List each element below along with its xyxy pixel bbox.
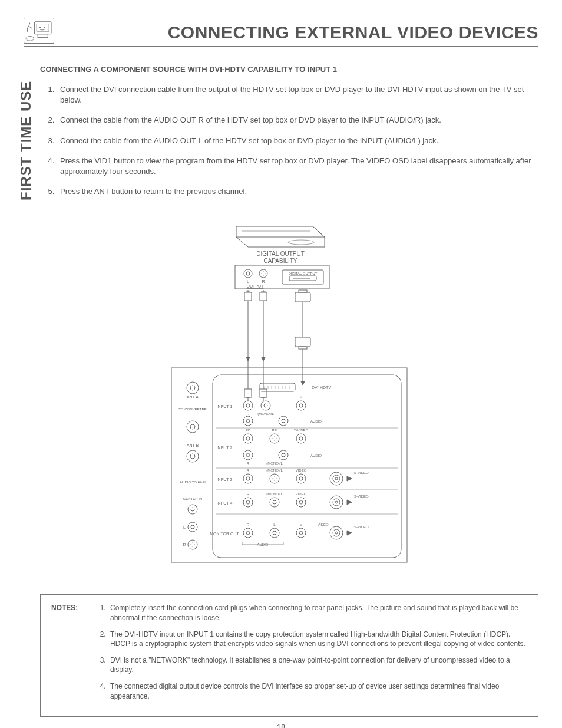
svg-point-62 <box>282 419 285 423</box>
diagram-label: CENTER IN <box>183 497 202 500</box>
svg-point-70 <box>246 453 250 457</box>
svg-point-99 <box>335 532 338 534</box>
diagram-label: DIGITAL OUTPUT <box>256 251 305 257</box>
svg-point-60 <box>246 419 250 423</box>
diagram-label: L <box>273 523 276 526</box>
diagram-label: AUDIO <box>310 420 322 423</box>
diagram-label: ANT B <box>187 443 199 447</box>
note-item: DVI is not a "NETWORK" technology. It es… <box>108 655 527 674</box>
svg-rect-43 <box>260 383 295 391</box>
svg-point-71 <box>279 450 288 460</box>
svg-point-36 <box>188 505 197 514</box>
diagram-label: VIDEO <box>318 523 329 526</box>
diagram-label: Y <box>300 396 302 399</box>
svg-point-82 <box>243 498 253 507</box>
diagram-label: (MONO)/L <box>266 469 283 472</box>
diagram-label: INPUT 3 <box>217 477 233 482</box>
svg-point-31 <box>190 386 195 390</box>
svg-point-5 <box>26 37 34 41</box>
svg-point-61 <box>279 416 288 426</box>
svg-point-32 <box>187 421 199 433</box>
step-item: Press the ANT button to return to the pr… <box>57 186 538 197</box>
diagram-label: R <box>247 523 250 526</box>
diagram-label: INPUT 2 <box>217 446 233 450</box>
note-item: The connected digital output device cont… <box>108 681 527 700</box>
diagram-label: AUDIO <box>310 454 322 457</box>
svg-point-68 <box>299 437 303 440</box>
diagram-label: L <box>247 279 249 284</box>
diagram-label: S-VIDEO <box>354 471 369 475</box>
logo-icon <box>24 18 54 44</box>
diagram-label: INPUT 4 <box>217 501 233 505</box>
svg-point-11 <box>262 272 265 275</box>
svg-point-64 <box>246 437 250 440</box>
svg-point-37 <box>191 508 194 511</box>
svg-point-95 <box>296 528 306 538</box>
svg-point-93 <box>270 528 279 538</box>
step-item: Connect the cable from the AUDIO OUT R o… <box>57 115 538 126</box>
svg-point-88 <box>330 496 343 509</box>
svg-point-54 <box>246 404 250 407</box>
svg-point-41 <box>191 543 194 546</box>
svg-point-57 <box>296 401 306 410</box>
diagram-label: TO CONVERTER <box>178 407 207 411</box>
svg-point-89 <box>333 499 340 506</box>
svg-point-30 <box>187 382 199 394</box>
svg-rect-42 <box>213 375 401 558</box>
diagram-label: R <box>247 469 250 472</box>
svg-rect-17 <box>260 292 267 301</box>
svg-point-2 <box>39 27 41 28</box>
svg-point-90 <box>335 501 338 503</box>
connection-diagram: DIGITAL OUTPUT CAPABILITY L R DIGITAL OU… <box>40 220 538 571</box>
diagram-label: VIDEO <box>296 469 307 472</box>
diagram-label: ANT A <box>187 395 199 399</box>
diagram-label: CAPABILITY <box>263 258 297 264</box>
svg-point-35 <box>190 454 195 459</box>
svg-point-97 <box>330 526 343 539</box>
svg-point-38 <box>188 522 197 532</box>
diagram-label: R <box>262 279 265 284</box>
svg-point-83 <box>246 500 250 504</box>
svg-point-65 <box>270 434 279 443</box>
instruction-list: Connect the DVI connection cable from th… <box>40 84 538 197</box>
sub-heading: CONNECTING A COMPONENT SOURCE WITH DVI-H… <box>40 65 538 74</box>
svg-point-53 <box>243 401 253 410</box>
diagram-label: PR <box>272 429 277 432</box>
svg-point-9 <box>246 272 250 275</box>
svg-rect-1 <box>37 24 49 32</box>
svg-point-79 <box>330 472 343 485</box>
diagram-label: R <box>183 543 186 547</box>
notes-label: NOTES: <box>51 603 87 708</box>
svg-point-94 <box>273 531 276 535</box>
note-item: Completely insert the connection cord pl… <box>108 603 527 622</box>
diagram-label: (MONO)/L <box>266 492 283 496</box>
svg-point-75 <box>270 474 279 483</box>
diagram-label: DIGITAL OUTPUT <box>288 272 317 275</box>
page-title: CONNECTING EXTERNAL VIDEO DEVICES <box>66 22 538 44</box>
diagram-label: (MONO)/L <box>266 462 283 465</box>
note-item: The DVI-HDTV input on INPUT 1 contains t… <box>108 630 527 648</box>
svg-point-58 <box>299 404 303 407</box>
svg-point-86 <box>296 498 306 507</box>
svg-point-78 <box>299 477 303 480</box>
page-number: 18 <box>24 723 538 728</box>
svg-point-80 <box>333 475 340 482</box>
notes-box: NOTES: Completely insert the connection … <box>40 594 538 717</box>
svg-point-98 <box>333 529 340 536</box>
svg-rect-20 <box>299 290 307 292</box>
svg-point-87 <box>299 500 303 504</box>
diagram-label: MONITOR OUT <box>210 532 239 536</box>
diagram-label: L <box>183 525 186 529</box>
svg-rect-22 <box>295 337 310 347</box>
step-item: Connect the DVI connection cable from th… <box>57 84 538 106</box>
diagram-label: VIDEO <box>296 492 307 496</box>
svg-point-72 <box>282 453 285 457</box>
svg-point-96 <box>299 531 303 535</box>
svg-point-6 <box>288 240 314 245</box>
diagram-label: S-VIDEO <box>354 525 369 529</box>
svg-point-73 <box>243 474 253 483</box>
diagram-label: Y/VIDEO <box>294 429 309 432</box>
svg-point-3 <box>44 27 45 28</box>
svg-point-33 <box>190 424 195 429</box>
notes-list: Completely insert the connection cord pl… <box>95 603 527 708</box>
